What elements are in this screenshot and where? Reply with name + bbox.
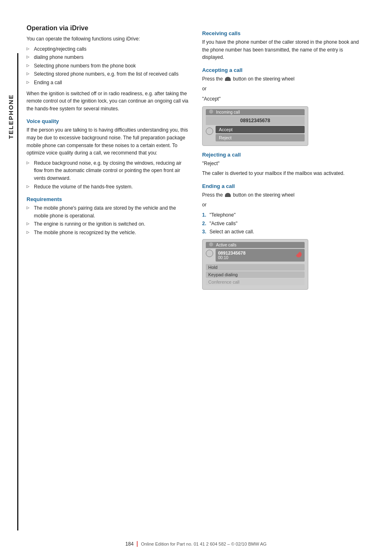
press-text: Press the (202, 76, 223, 82)
list-item: Reduce the volume of the hands-free syst… (27, 183, 190, 191)
active-calls-label: Active calls (216, 243, 236, 247)
phone-button-icon-2 (225, 193, 231, 197)
screen-dot (206, 128, 213, 135)
active-call-time: 00:10 (218, 255, 245, 260)
list-item: Ending a call (27, 79, 190, 87)
screen-phone-number: 08912345678 (206, 116, 305, 125)
requirements-title: Requirements (27, 196, 190, 202)
or-text-1: or (202, 85, 365, 93)
main-title: Operation via iDrive (27, 25, 190, 32)
button-label: button on the steering wheel (233, 76, 294, 82)
list-item: Accepting/rejecting calls (27, 45, 190, 53)
list-item: The mobile phone's pairing data are stor… (27, 204, 190, 219)
list-item: The engine is running or the ignition is… (27, 220, 190, 228)
phone-button-icon (225, 77, 231, 81)
ignition-text: When the ignition is switched off or in … (27, 90, 190, 113)
active-calls-screen: Active calls 08912345678 00:10 (202, 239, 308, 290)
call-end-icon (296, 252, 303, 259)
hold-menu-item: Hold (206, 264, 305, 271)
sidebar-label: Telephone (7, 82, 14, 139)
left-column: Operation via iDrive You can operate the… (27, 25, 190, 294)
right-column: Receiving calls If you have the phone nu… (202, 25, 365, 294)
list-item: "Active calls" (202, 220, 365, 228)
receiving-calls-text: If you have the phone number of the call… (202, 38, 365, 61)
ending-call-title: Ending a call (202, 183, 365, 189)
active-call-dot (206, 250, 213, 257)
active-call-detail: 08912345678 00:10 (216, 249, 305, 262)
voice-quality-title: Voice quality (27, 118, 190, 124)
reject-text-1: "Reject" (202, 160, 365, 168)
screen-btn-wrapper: Accept Reject (216, 126, 305, 142)
voice-quality-bullets: Reduce background noise, e.g. by closing… (27, 159, 190, 190)
list-item: dialing phone numbers (27, 54, 190, 61)
active-phone-number: 08912345678 (218, 251, 245, 255)
voice-quality-text: If the person you are talking to is havi… (27, 126, 190, 157)
active-calls-title-bar: Active calls (206, 242, 305, 248)
receiving-calls-title: Receiving calls (202, 30, 365, 36)
accept-button: Accept (216, 126, 305, 133)
or-text-2: or (202, 201, 365, 209)
reject-text-2: The caller is diverted to your mailbox i… (202, 170, 365, 177)
accept-label: "Accept" (202, 95, 365, 103)
intro-text: You can operate the following functions … (27, 35, 190, 43)
list-item: Selecting phone numbers from the phone b… (27, 62, 190, 70)
page-container: Telephone Operation via iDrive You can o… (0, 0, 392, 555)
active-calls-icon (209, 242, 213, 246)
list-item: Reduce background noise, e.g. by closing… (27, 159, 190, 182)
ending-call-press: Press the button on the steering wheel (202, 191, 365, 199)
list-item: Select an active call. (202, 228, 365, 236)
list-item: "Telephone" (202, 211, 365, 219)
ending-call-steps: "Telephone" "Active calls" Select an act… (202, 211, 365, 236)
list-item: Selecting stored phone numbers, e.g. fro… (27, 70, 190, 78)
ending-button-label: button on the steering wheel (233, 192, 294, 198)
list-item: The mobile phone is recognized by the ve… (27, 229, 190, 237)
active-call-number-time: 08912345678 00:10 (218, 251, 245, 260)
rejecting-call-title: Rejecting a call (202, 152, 365, 158)
screen-phone-icon (209, 110, 213, 114)
active-call-info: 08912345678 00:10 (216, 249, 305, 262)
accepting-call-text: Press the button on the steering wheel (202, 75, 365, 83)
press-text-2: Press the (202, 192, 223, 198)
conference-menu-item: Conference call (206, 279, 305, 285)
active-call-row-wrapper: 08912345678 00:10 (206, 249, 305, 262)
intro-bullet-list: Accepting/rejecting calls dialing phone … (27, 45, 190, 87)
screen-incoming-label: Incoming call (216, 110, 240, 114)
accepting-call-title: Accepting a call (202, 67, 365, 73)
requirements-bullets: The mobile phone's pairing data are stor… (27, 204, 190, 236)
page-number: 184 (125, 541, 138, 547)
screen-title-bar: Incoming call (206, 109, 305, 115)
footer-copyright: Online Edition for Part no. 01 41 2 604 … (141, 542, 267, 546)
reject-button: Reject (216, 134, 305, 141)
keypad-menu-item: Keypad dialing (206, 271, 305, 278)
incoming-call-screen: Incoming call 08912345678 Accept Reject (202, 106, 308, 146)
screen-buttons-area: Accept Reject (206, 126, 305, 142)
content-area: Operation via iDrive You can operate the… (27, 25, 380, 294)
footer: 184 Online Edition for Part no. 01 41 2 … (0, 541, 392, 547)
sidebar-bar (17, 53, 18, 530)
